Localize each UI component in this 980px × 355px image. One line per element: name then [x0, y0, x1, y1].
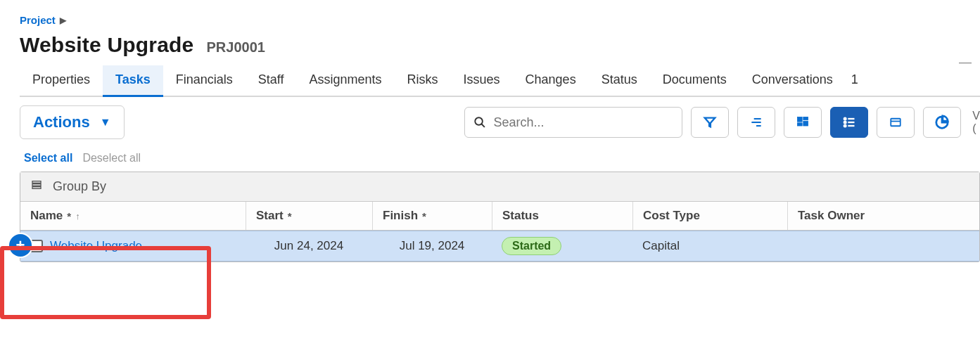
svg-rect-5	[798, 117, 803, 122]
column-headers: Name*↑ Start* Finish* Status Cost Type T…	[20, 202, 979, 231]
caret-down-icon: ▼	[100, 116, 111, 129]
actions-label: Actions	[33, 113, 90, 131]
task-grid: + Group By Name*↑ Start* Finish* Status …	[20, 172, 980, 262]
svg-rect-19	[32, 187, 41, 189]
task-name-link[interactable]: Website Upgrade	[50, 239, 142, 253]
page-title: Website Upgrade	[20, 33, 194, 57]
tab-documents[interactable]: Documents	[650, 65, 739, 96]
tab-changes[interactable]: Changes	[513, 65, 589, 96]
breadcrumb[interactable]: Project ▶	[20, 14, 980, 26]
svg-point-11	[844, 122, 846, 124]
svg-rect-18	[32, 184, 41, 186]
tab-staff[interactable]: Staff	[246, 65, 297, 96]
col-header-cost[interactable]: Cost Type	[632, 202, 787, 230]
svg-rect-17	[32, 181, 41, 183]
list-view-button[interactable]	[830, 107, 868, 138]
tab-risks[interactable]: Risks	[395, 65, 451, 96]
col-header-start[interactable]: Start*	[246, 202, 372, 230]
group-by-row[interactable]: Group By	[20, 172, 979, 202]
actions-button[interactable]: Actions ▼	[20, 105, 125, 139]
group-by-icon	[30, 179, 43, 194]
search-input[interactable]	[492, 115, 673, 131]
tab-overflow[interactable]: 1	[846, 65, 858, 96]
toolbar-overflow: V(	[969, 110, 980, 135]
cell-cost[interactable]: Capital	[632, 239, 787, 253]
cell-start[interactable]: Jun 24, 2024	[246, 239, 372, 253]
tab-assignments[interactable]: Assignments	[297, 65, 395, 96]
chart-view-button[interactable]	[923, 107, 961, 138]
tab-conversations[interactable]: Conversations	[739, 65, 846, 96]
svg-point-0	[476, 117, 483, 125]
filter-button[interactable]	[691, 107, 729, 138]
svg-rect-6	[803, 117, 808, 120]
detail-view-button[interactable]	[877, 107, 915, 138]
tab-financials[interactable]: Financials	[163, 65, 246, 96]
svg-rect-15	[891, 119, 901, 127]
tab-bar: Properties Tasks Financials Staff Assign…	[20, 65, 980, 97]
search-icon	[473, 115, 486, 129]
project-code: PRJ0001	[207, 39, 265, 56]
row-checkbox[interactable]	[30, 240, 43, 252]
col-header-name[interactable]: Name*↑	[20, 202, 246, 230]
tab-issues[interactable]: Issues	[451, 65, 513, 96]
chevron-right-icon: ▶	[60, 15, 66, 25]
table-row[interactable]: Website Upgrade Jun 24, 2024 Jul 19, 202…	[20, 231, 979, 262]
svg-line-1	[482, 124, 485, 127]
svg-point-13	[844, 125, 846, 127]
cell-finish[interactable]: Jul 19, 2024	[372, 239, 492, 253]
board-view-button[interactable]	[784, 107, 822, 138]
breadcrumb-project[interactable]: Project	[20, 14, 56, 26]
toolbar: Actions ▼ V(	[20, 97, 980, 149]
search-input-wrap[interactable]	[464, 107, 682, 138]
svg-rect-7	[798, 123, 803, 126]
tab-status[interactable]: Status	[589, 65, 650, 96]
select-all-link[interactable]: Select all	[24, 152, 72, 164]
col-header-status[interactable]: Status	[492, 202, 632, 230]
tab-tasks[interactable]: Tasks	[103, 65, 163, 96]
status-badge: Started	[502, 237, 561, 255]
add-task-button[interactable]: +	[9, 234, 32, 257]
tab-properties[interactable]: Properties	[20, 65, 103, 96]
deselect-all-link[interactable]: Deselect all	[82, 152, 141, 164]
cell-status[interactable]: Started	[492, 237, 632, 255]
svg-rect-8	[803, 121, 808, 126]
sort-button[interactable]	[737, 107, 775, 138]
col-header-owner[interactable]: Task Owner	[787, 202, 979, 230]
svg-point-9	[844, 118, 846, 120]
sort-asc-icon: ↑	[75, 211, 80, 221]
collapse-icon[interactable]: —	[959, 55, 973, 70]
col-header-finish[interactable]: Finish*	[372, 202, 492, 230]
group-by-label: Group By	[53, 179, 106, 194]
